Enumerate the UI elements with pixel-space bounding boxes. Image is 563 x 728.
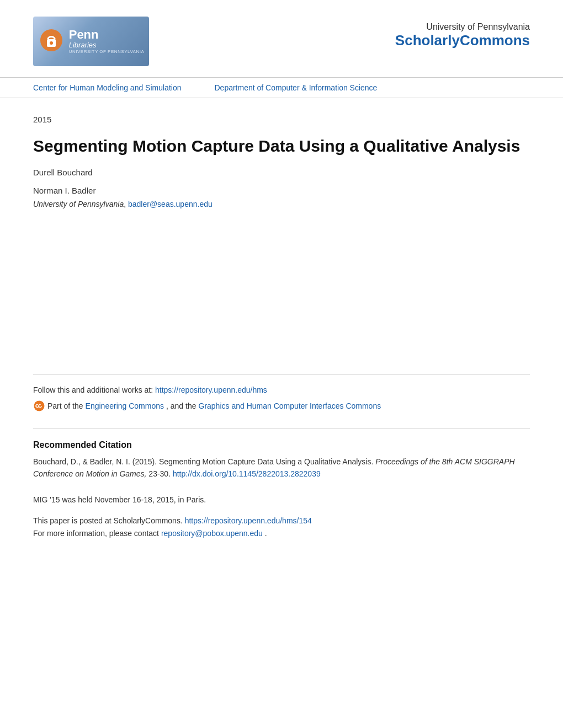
nav-bar: Center for Human Modeling and Simulation… (0, 77, 563, 98)
citation-doi-link[interactable]: http://dx.doi.org/10.1145/2822013.282203… (173, 469, 321, 478)
follow-section: Follow this and additional works at: htt… (33, 374, 530, 412)
posted-contact-link[interactable]: repository@pobox.upenn.edu (161, 529, 263, 538)
scholarly-commons-title: ScholarlyCommons (395, 32, 530, 49)
university-name: University of Pennsylvania (395, 22, 530, 32)
posted-note: This paper is posted at ScholarlyCommons… (33, 515, 530, 539)
logo-area: Penn Libraries University of Pennsylvani… (33, 17, 155, 66)
citation-section: Recommended Citation Bouchard, D., & Bad… (33, 429, 530, 480)
svg-point-2 (50, 41, 53, 45)
part-of-label: Part of the (47, 402, 83, 410)
header: Penn Libraries University of Pennsylvani… (0, 0, 563, 77)
author1-name: Durell Bouchard (33, 168, 530, 177)
logo-libraries-text: Libraries (69, 41, 145, 49)
page: Penn Libraries University of Pennsylvani… (0, 0, 563, 728)
penn-libraries-icon (38, 28, 65, 55)
part-of-line: Part of the Engineering Commons , and th… (33, 400, 530, 412)
author1-block: Durell Bouchard (33, 168, 530, 177)
article-year: 2015 (33, 115, 530, 124)
author2-block: Norman I. Badler University of Pennsylva… (33, 186, 530, 208)
author2-name: Norman I. Badler (33, 186, 530, 195)
graphics-commons-link[interactable]: Graphics and Human Computer Interfaces C… (199, 402, 381, 410)
nav-link-cis[interactable]: Department of Computer & Information Sci… (214, 83, 377, 92)
logo-box: Penn Libraries University of Pennsylvani… (33, 17, 149, 66)
logo-university-text: University of Pennsylvania (69, 49, 145, 54)
author2-affiliation: University of Pennsylvania, badler@seas.… (33, 200, 530, 208)
follow-link[interactable]: https://repository.upenn.edu/hms (155, 386, 267, 394)
article-title: Segmenting Motion Capture Data Using a Q… (33, 135, 530, 157)
posted-link[interactable]: https://repository.upenn.edu/hms/154 (185, 516, 312, 525)
posted-contact-label: For more information, please contact (33, 529, 159, 538)
posted-period: . (265, 529, 267, 538)
logo-penn-text: Penn (69, 29, 145, 41)
cc-icon (33, 400, 45, 412)
and-the: , and the (166, 402, 196, 410)
author2-university: University of Pennsylvania (33, 200, 124, 208)
engineering-commons-link[interactable]: Engineering Commons (86, 402, 164, 410)
mig-note: MIG '15 was held November 16-18, 2015, i… (33, 494, 530, 506)
citation-heading: Recommended Citation (33, 440, 530, 450)
author2-email[interactable]: badler@seas.upenn.edu (128, 200, 213, 208)
nav-link-hms[interactable]: Center for Human Modeling and Simulation (33, 83, 181, 92)
posted-text-start: This paper is posted at ScholarlyCommons… (33, 516, 183, 525)
main-content: 2015 Segmenting Motion Capture Data Usin… (0, 98, 563, 561)
header-right: University of Pennsylvania ScholarlyComm… (395, 17, 530, 49)
follow-text: Follow this and additional works at: htt… (33, 386, 530, 394)
citation-body: Bouchard, D., & Badler, N. I. (2015). Se… (33, 456, 530, 480)
